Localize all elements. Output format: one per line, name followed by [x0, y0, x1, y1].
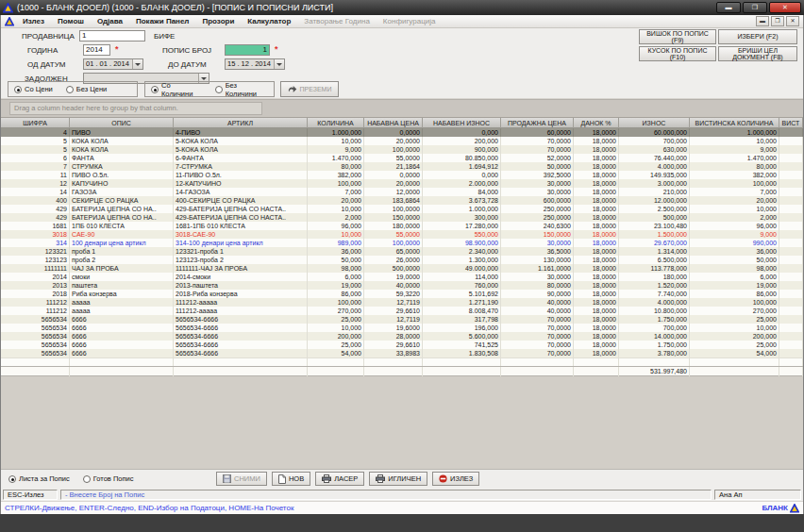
- table-cell-nabaven-iznos[interactable]: 8.008,470: [423, 307, 501, 315]
- table-cell-danok[interactable]: 18,0000: [574, 137, 619, 145]
- column-header-prodazna-cena[interactable]: ПРОДАЖНА ЦЕНА: [501, 118, 574, 128]
- table-cell-kolicina[interactable]: 270,000: [308, 307, 364, 315]
- table-cell-iznos[interactable]: 3.780,000: [619, 349, 690, 357]
- table-cell-opis[interactable]: ЧАЈ ЗА ПРОБА: [70, 264, 174, 273]
- visok-po-popis-button[interactable]: ВИШОК ПО ПОПИС (F9): [639, 29, 716, 44]
- table-cell-prodazna-cena[interactable]: 250,0000: [501, 205, 574, 213]
- table-row[interactable]: 565653466665656534-666625,00029,6610741,…: [1, 341, 803, 349]
- gotov-popis-radio-icon[interactable]: [83, 475, 91, 483]
- table-cell-artikl[interactable]: 3018-САЕ-90: [174, 230, 308, 239]
- table-cell-kolicina[interactable]: 10,000: [308, 230, 364, 239]
- table-cell-prodazna-cena[interactable]: 30,0000: [501, 239, 574, 247]
- table-cell-nabavna-cena[interactable]: 183,6864: [364, 196, 423, 205]
- table-cell-danok[interactable]: 18,0000: [574, 273, 619, 281]
- prezemi-button[interactable]: ПРЕЗЕМИ: [280, 81, 339, 97]
- table-cell-kolicina[interactable]: 100,000: [308, 298, 364, 307]
- table-cell-nabaven-iznos[interactable]: 1.300,000: [423, 256, 501, 264]
- table-cell-nabavna-cena[interactable]: 12,7119: [364, 315, 423, 324]
- table-cell-iznos[interactable]: 1.314,000: [619, 247, 690, 256]
- table-cell-artikl[interactable]: 111212-ааааа: [174, 307, 308, 315]
- table-cell-iznos[interactable]: 6.500,000: [619, 256, 690, 264]
- table-cell-vistinska-kolicina[interactable]: 80,000: [690, 162, 779, 171]
- table-cell-iznos[interactable]: 700,000: [619, 324, 690, 332]
- snimi-button[interactable]: СНИМИ: [216, 472, 267, 486]
- table-cell-nabavna-cena[interactable]: 19,6000: [364, 324, 423, 332]
- table-cell-opis[interactable]: 6666: [70, 324, 174, 332]
- table-cell-vistinska-kolicina[interactable]: 25,000: [690, 315, 779, 324]
- table-cell-nabavna-cena[interactable]: 21,1864: [364, 162, 423, 171]
- table-cell-vist[interactable]: [779, 298, 803, 307]
- table-cell-artikl[interactable]: 11-ПИВО О.5л.: [174, 171, 308, 179]
- table-cell-sifra[interactable]: 5656534: [1, 324, 70, 332]
- table-cell-vistinska-kolicina[interactable]: 270,000: [690, 307, 779, 315]
- table-cell-vistinska-kolicina[interactable]: 19,000: [690, 281, 779, 290]
- table-cell-artikl[interactable]: 123321-проба 1: [174, 247, 308, 256]
- table-cell-nabavna-cena[interactable]: 150,0000: [364, 213, 423, 222]
- od-datum-dropdown-icon[interactable]: [132, 59, 142, 69]
- table-cell-sifra[interactable]: 429: [1, 213, 70, 222]
- column-header-artikl[interactable]: АРТИКЛ: [174, 118, 308, 128]
- table-cell-vistinska-kolicina[interactable]: 86,000: [690, 290, 779, 298]
- table-cell-danok[interactable]: 18,0000: [574, 230, 619, 239]
- with-prices-radio-icon[interactable]: [14, 86, 22, 93]
- table-cell-nabavna-cena[interactable]: 180,0000: [364, 222, 423, 230]
- table-cell-prodazna-cena[interactable]: 70,0000: [501, 145, 574, 154]
- table-cell-artikl[interactable]: 5-КОКА КОЛА: [174, 145, 308, 154]
- table-row[interactable]: 565653466665656534-666625,00012,7119317,…: [1, 315, 803, 324]
- table-cell-kolicina[interactable]: 20,000: [308, 196, 364, 205]
- table-cell-prodazna-cena[interactable]: 30,0000: [501, 188, 574, 196]
- table-cell-nabaven-iznos[interactable]: 550,000: [423, 230, 501, 239]
- table-cell-nabaven-iznos[interactable]: 84,000: [423, 188, 501, 196]
- table-cell-artikl[interactable]: 5656534-6666: [174, 341, 308, 349]
- menu-item-izlez[interactable]: Излез: [23, 17, 44, 25]
- table-cell-vistinska-kolicina[interactable]: 10,000: [690, 205, 779, 213]
- table-cell-kolicina[interactable]: 1.000,000: [308, 128, 364, 137]
- table-cell-opis[interactable]: 6666: [70, 349, 174, 357]
- table-cell-danok[interactable]: 18,0000: [574, 213, 619, 222]
- table-cell-sifra[interactable]: 5656534: [1, 341, 70, 349]
- lista-za-popis-radio-icon[interactable]: [8, 475, 16, 483]
- table-cell-danok[interactable]: 18,0000: [574, 315, 619, 324]
- column-header-nabaven-iznos[interactable]: НАБАВЕН ИЗНОС: [423, 118, 501, 128]
- table-cell-vistinska-kolicina[interactable]: 1.470,000: [690, 154, 779, 162]
- table-row[interactable]: 11ПИВО О.5л.11-ПИВО О.5л.382,0000,00000,…: [1, 171, 803, 179]
- izberi-button[interactable]: ИЗБЕРИ (F2): [718, 29, 797, 44]
- table-row[interactable]: 2013паштета2013-паштета19,00040,0000760,…: [1, 281, 803, 290]
- table-cell-iznos[interactable]: 12.000,000: [619, 196, 690, 205]
- table-cell-nabavna-cena[interactable]: 19,0000: [364, 273, 423, 281]
- table-cell-iznos[interactable]: 113.778,000: [619, 264, 690, 273]
- table-cell-nabavna-cena[interactable]: 55,0000: [364, 154, 423, 162]
- table-cell-vistinska-kolicina[interactable]: 54,000: [690, 349, 779, 357]
- table-cell-sifra[interactable]: 1111111: [1, 264, 70, 273]
- table-cell-sifra[interactable]: 5: [1, 137, 70, 145]
- table-row[interactable]: 314100 денари цена артикл314-100 денари …: [1, 239, 803, 247]
- table-cell-vist[interactable]: [779, 281, 803, 290]
- table-cell-nabavna-cena[interactable]: 100,0000: [364, 205, 423, 213]
- table-cell-prodazna-cena[interactable]: 36,5000: [501, 247, 574, 256]
- prodavnica-input[interactable]: 1: [79, 30, 145, 42]
- table-cell-vistinska-kolicina[interactable]: 50,000: [690, 256, 779, 264]
- table-cell-danok[interactable]: 18,0000: [574, 205, 619, 213]
- table-cell-vist[interactable]: [779, 332, 803, 341]
- table-cell-prodazna-cena[interactable]: 240,6300: [501, 222, 574, 230]
- table-cell-artikl[interactable]: 5656534-6666: [174, 332, 308, 341]
- table-cell-sifra[interactable]: 2018: [1, 290, 70, 298]
- table-cell-opis[interactable]: ПИВО О.5л.: [70, 171, 174, 179]
- table-cell-iznos[interactable]: 500,000: [619, 213, 690, 222]
- table-cell-artikl[interactable]: 14-ГАЗОЗА: [174, 188, 308, 196]
- table-cell-nabavna-cena[interactable]: 29,6610: [364, 307, 423, 315]
- table-row[interactable]: 2018Риба конзерва2018-Риба конзерва86,00…: [1, 290, 803, 298]
- table-cell-vist[interactable]: [779, 273, 803, 281]
- table-cell-nabaven-iznos[interactable]: 2.340,000: [423, 247, 501, 256]
- table-cell-vist[interactable]: [779, 154, 803, 162]
- table-cell-prodazna-cena[interactable]: 600,0000: [501, 196, 574, 205]
- laser-button[interactable]: ЛАСЕР: [315, 472, 364, 486]
- table-row[interactable]: 2014смоки2014-смоки6,00019,0000114,00030…: [1, 273, 803, 281]
- table-cell-kolicina[interactable]: 19,000: [308, 281, 364, 290]
- table-cell-danok[interactable]: 18,0000: [574, 171, 619, 179]
- table-cell-kolicina[interactable]: 2,000: [308, 213, 364, 222]
- table-cell-sifra[interactable]: 2013: [1, 281, 70, 290]
- table-cell-sifra[interactable]: 400: [1, 196, 70, 205]
- table-cell-prodazna-cena[interactable]: 392,5000: [501, 171, 574, 179]
- table-cell-vist[interactable]: [779, 315, 803, 324]
